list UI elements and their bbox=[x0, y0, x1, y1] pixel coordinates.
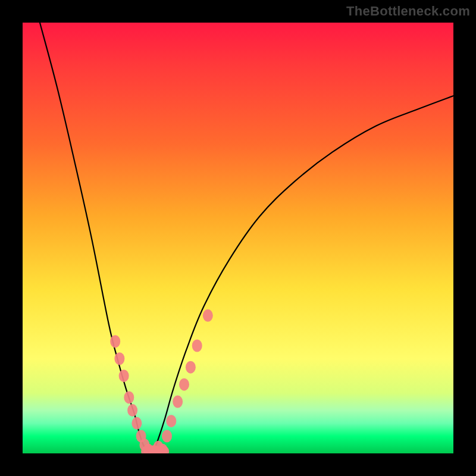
marker-dot bbox=[131, 417, 142, 430]
marker-dot bbox=[179, 378, 189, 391]
curve-right-curve bbox=[152, 96, 453, 453]
marker-dot bbox=[166, 415, 176, 427]
chart-frame: TheBottleneck.com bbox=[0, 0, 476, 476]
curve-layer bbox=[23, 23, 453, 453]
bottom-marker-band bbox=[141, 446, 169, 453]
marker-dot bbox=[162, 430, 172, 443]
attribution-text: TheBottleneck.com bbox=[346, 4, 470, 19]
curve-left-curve bbox=[40, 23, 152, 453]
marker-dot bbox=[119, 369, 129, 382]
marker-dot bbox=[110, 335, 120, 347]
plot-area bbox=[23, 23, 453, 453]
marker-dot bbox=[203, 309, 213, 322]
bottom-band bbox=[141, 446, 169, 453]
marker-dot bbox=[186, 361, 196, 374]
marker-dot bbox=[124, 391, 134, 403]
marker-dots bbox=[110, 309, 213, 453]
bottleneck-curves bbox=[40, 23, 453, 453]
marker-dot bbox=[192, 340, 202, 352]
marker-dot bbox=[127, 404, 137, 416]
marker-dot bbox=[114, 352, 124, 365]
marker-dot bbox=[173, 396, 183, 408]
